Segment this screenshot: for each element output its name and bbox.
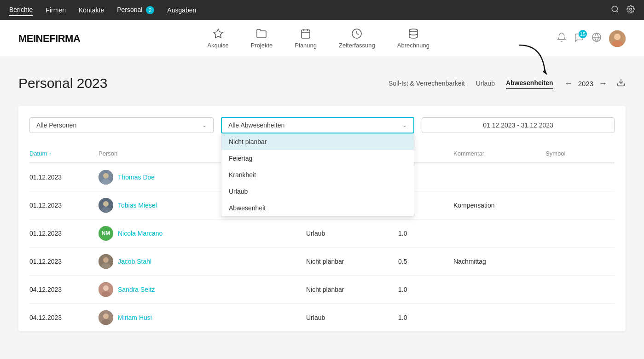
dropdown-item-abwesenheit[interactable]: Abwesenheit xyxy=(221,200,414,216)
cell-value-6: 1.0 xyxy=(398,314,453,321)
col-kommentar: Kommentar xyxy=(453,150,545,157)
absences-filter-label: Alle Abwesenheiten xyxy=(228,122,284,129)
cell-person-6: Miriam Husi xyxy=(99,310,306,325)
cell-date-6: 04.12.2023 xyxy=(29,314,99,321)
col-symbol: Symbol xyxy=(545,150,615,157)
main-content: Personal 2023 Soll-Ist & Verrechenbarkei… xyxy=(0,57,644,331)
cell-date-5: 04.12.2023 xyxy=(29,286,99,293)
top-nav-left: Berichte Firmen Kontakte Personal 2 Ausg… xyxy=(9,4,196,16)
notification-icon[interactable] xyxy=(557,32,567,45)
svg-point-25 xyxy=(103,285,109,291)
avatar-miriam-husi xyxy=(99,310,113,325)
download-icon[interactable] xyxy=(616,78,626,89)
sort-arrow-datum: ↑ xyxy=(49,151,52,156)
person-name-jacob-stahl[interactable]: Jacob Stahl xyxy=(118,258,151,265)
cell-absence-6: Urlaub xyxy=(306,314,398,321)
cell-comment-2: Kompensation xyxy=(453,202,545,209)
year-next-arrow[interactable]: → xyxy=(599,79,607,88)
top-nav-right xyxy=(611,5,635,16)
personal-badge: 2 xyxy=(146,6,154,14)
absences-dropdown: Nicht planbar Feiertag Krankheit Urlaub … xyxy=(221,133,414,217)
dropdown-item-urlaub[interactable]: Urlaub xyxy=(221,183,414,200)
svg-point-1 xyxy=(630,8,632,10)
svg-point-0 xyxy=(612,6,617,12)
second-nav-items: Akquise Projekte Planung Zeiterfassung A… xyxy=(207,28,429,49)
main-card: Alle Personen ⌄ Alle Abwesenheiten ⌄ Nic… xyxy=(18,106,626,331)
nav-planung[interactable]: Planung xyxy=(295,28,317,49)
cell-value-5: 1.0 xyxy=(398,286,453,293)
svg-point-22 xyxy=(103,257,109,263)
top-nav: Berichte Firmen Kontakte Personal 2 Ausg… xyxy=(0,0,644,20)
absences-filter[interactable]: Alle Abwesenheiten ⌄ xyxy=(221,117,414,133)
cell-date-3: 01.12.2023 xyxy=(29,230,99,237)
cell-person-5: Sandra Seitz xyxy=(99,282,306,297)
nav-item-berichte[interactable]: Berichte xyxy=(9,4,33,16)
nav-zeiterfassung[interactable]: Zeiterfassung xyxy=(339,28,375,49)
year-prev-arrow[interactable]: ← xyxy=(564,79,573,88)
table-row: 04.12.2023 Miriam Husi Urlaub 1.0 xyxy=(29,304,615,331)
svg-point-11 xyxy=(614,34,621,40)
person-name-tobias-miesel[interactable]: Tobias Miesel xyxy=(118,202,157,209)
settings-icon[interactable] xyxy=(627,5,635,16)
year-nav: ← 2023 → xyxy=(564,78,626,89)
nav-akquise[interactable]: Akquise xyxy=(207,28,228,49)
avatar-nicola-marcano: NM xyxy=(99,226,113,241)
dropdown-item-krankheit[interactable]: Krankheit xyxy=(221,167,414,183)
globe-icon[interactable] xyxy=(592,32,602,45)
col-datum[interactable]: Datum ↑ xyxy=(29,150,99,157)
date-range-filter[interactable]: 01.12.2023 - 31.12.2023 xyxy=(422,117,615,133)
avatar-sandra-seitz xyxy=(99,282,113,297)
absences-filter-wrapper: Alle Abwesenheiten ⌄ Nicht planbar Feier… xyxy=(221,117,414,133)
cell-absence-4: Nicht planbar xyxy=(306,258,398,265)
nav-item-ausgaben[interactable]: Ausgaben xyxy=(167,5,196,16)
cell-person-4: Jacob Stahl xyxy=(99,254,306,269)
cell-person-3: NM Nicola Marcano xyxy=(99,226,306,241)
cell-value-3: 1.0 xyxy=(398,230,453,237)
cell-date-1: 01.12.2023 xyxy=(29,174,99,181)
nav-abrechnung[interactable]: Abrechnung xyxy=(397,28,429,49)
search-icon[interactable] xyxy=(611,5,619,16)
svg-point-19 xyxy=(103,201,109,207)
nav-item-personal[interactable]: Personal 2 xyxy=(117,4,154,16)
dropdown-item-nicht-planbar[interactable]: Nicht planbar xyxy=(221,133,414,150)
chat-icon-wrapper[interactable]: 15 xyxy=(574,33,584,45)
page-header: Personal 2023 Soll-Ist & Verrechenbarkei… xyxy=(18,75,626,91)
avatar-thomas-doe xyxy=(99,170,113,185)
tab-urlaub[interactable]: Urlaub xyxy=(476,78,495,89)
cell-absence-3: Urlaub xyxy=(306,230,398,237)
svg-point-7 xyxy=(409,29,418,32)
nav-item-firmen[interactable]: Firmen xyxy=(46,5,66,16)
app-logo: MEINEFIRMA xyxy=(18,33,80,45)
cell-date-2: 01.12.2023 xyxy=(29,202,99,209)
avatar-jacob-stahl xyxy=(99,254,113,269)
page-title: Personal 2023 xyxy=(18,75,107,91)
svg-point-28 xyxy=(103,313,109,319)
cell-comment-4: Nachmittag xyxy=(453,258,545,265)
persons-filter[interactable]: Alle Personen ⌄ xyxy=(29,117,214,133)
user-avatar[interactable] xyxy=(609,30,626,47)
chat-badge: 15 xyxy=(579,30,587,38)
svg-rect-2 xyxy=(302,30,310,38)
cell-value-4: 0.5 xyxy=(398,258,453,265)
cell-absence-5: Nicht planbar xyxy=(306,286,398,293)
nav-projekte[interactable]: Projekte xyxy=(251,28,273,49)
second-nav-right: 15 xyxy=(557,30,626,47)
person-name-miriam-husi[interactable]: Miriam Husi xyxy=(118,314,152,321)
dropdown-item-feiertag[interactable]: Feiertag xyxy=(221,150,414,167)
person-name-thomas-doe[interactable]: Thomas Doe xyxy=(118,174,155,181)
svg-marker-13 xyxy=(543,69,547,75)
person-name-nicola-marcano[interactable]: Nicola Marcano xyxy=(118,230,162,237)
nav-item-kontakte[interactable]: Kontakte xyxy=(79,5,104,16)
persons-filter-label: Alle Personen xyxy=(36,122,76,129)
cell-date-4: 01.12.2023 xyxy=(29,258,99,265)
tab-abwesenheiten[interactable]: Abwesenheiten xyxy=(506,77,553,89)
second-nav: MEINEFIRMA Akquise Projekte Planung Zeit… xyxy=(0,20,644,57)
svg-point-16 xyxy=(103,173,109,179)
table-row: 04.12.2023 Sandra Seitz Nicht planbar 1.… xyxy=(29,276,615,304)
persons-chevron-icon: ⌄ xyxy=(202,122,207,128)
person-name-sandra-seitz[interactable]: Sandra Seitz xyxy=(118,286,155,293)
table-row: 01.12.2023 Jacob Stahl Nicht planbar 0.5… xyxy=(29,248,615,276)
avatar-tobias-miesel xyxy=(99,198,113,213)
tab-soll-ist[interactable]: Soll-Ist & Verrechenbarkeit xyxy=(389,78,465,89)
absences-chevron-icon: ⌄ xyxy=(402,122,407,128)
